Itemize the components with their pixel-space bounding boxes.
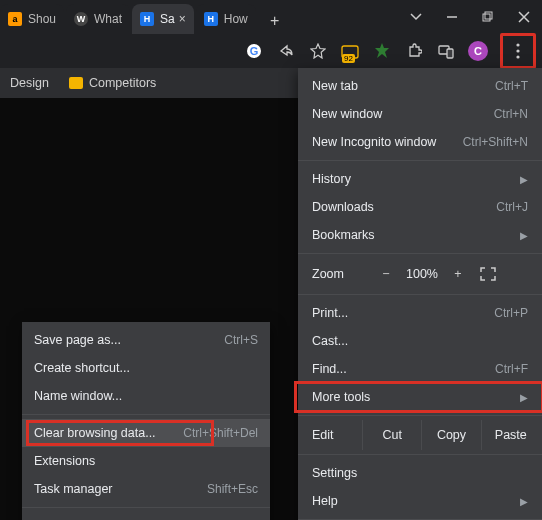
fullscreen-button[interactable] xyxy=(480,267,498,281)
chevron-right-icon: ▶ xyxy=(520,496,528,507)
zoom-value: 100% xyxy=(400,267,444,281)
menu-separator xyxy=(298,253,542,254)
submenu-create-shortcut[interactable]: Create shortcut... xyxy=(22,354,270,382)
bookmark-star-icon[interactable] xyxy=(308,41,328,61)
tab-title: How xyxy=(224,12,248,26)
svg-point-9 xyxy=(516,49,519,52)
submenu-extensions[interactable]: Extensions xyxy=(22,447,270,475)
menu-new-window[interactable]: New windowCtrl+N xyxy=(298,100,542,128)
title-bar: a Shou W What H Sa × H How + xyxy=(0,0,542,34)
profile-avatar[interactable]: C xyxy=(468,41,488,61)
zoom-in-button[interactable]: + xyxy=(444,267,472,281)
submenu-task-manager[interactable]: Task managerShift+Esc xyxy=(22,475,270,503)
menu-separator xyxy=(22,414,270,415)
favicon-4: H xyxy=(204,12,218,26)
favicon-3: H xyxy=(140,12,154,26)
tab-strip: a Shou W What H Sa × H How + xyxy=(0,0,288,34)
bookmark-item-design[interactable]: Design xyxy=(10,76,49,90)
chevron-down-icon xyxy=(410,11,422,23)
menu-new-tab[interactable]: New tabCtrl+T xyxy=(298,72,542,100)
menu-zoom-row: Zoom − 100% + xyxy=(298,258,542,290)
menu-bookmarks[interactable]: Bookmarks▶ xyxy=(298,221,542,249)
menu-separator xyxy=(298,294,542,295)
svg-point-8 xyxy=(516,43,519,46)
close-tab-icon[interactable]: × xyxy=(179,12,186,26)
svg-text:G: G xyxy=(250,45,259,57)
menu-find[interactable]: Find...Ctrl+F xyxy=(298,355,542,383)
minimize-button[interactable] xyxy=(434,3,470,31)
edit-label: Edit xyxy=(312,428,362,442)
svg-point-10 xyxy=(516,55,519,58)
more-tools-submenu: Save page as...Ctrl+S Create shortcut...… xyxy=(22,322,270,520)
menu-settings[interactable]: Settings xyxy=(298,459,542,487)
tab-2[interactable]: W What xyxy=(66,4,130,34)
close-icon xyxy=(518,11,530,23)
tab-3[interactable]: H Sa × xyxy=(132,4,194,34)
menu-new-incognito[interactable]: New Incognito windowCtrl+Shift+N xyxy=(298,128,542,156)
maximize-icon xyxy=(482,11,494,23)
edit-paste-button[interactable]: Paste xyxy=(481,420,540,450)
bookmark-folder-competitors[interactable]: Competitors xyxy=(69,76,156,90)
kebab-highlight-box xyxy=(500,33,536,69)
extension-icon-1[interactable] xyxy=(372,41,392,61)
menu-separator xyxy=(298,454,542,455)
window-controls xyxy=(398,0,542,34)
folder-icon xyxy=(69,77,83,89)
chevron-right-icon: ▶ xyxy=(520,230,528,241)
extension-badge-count: 92 xyxy=(342,54,355,63)
zoom-out-button[interactable]: − xyxy=(372,267,400,281)
svg-rect-7 xyxy=(447,49,453,58)
google-icon[interactable]: G xyxy=(244,41,264,61)
main-menu: New tabCtrl+T New windowCtrl+N New Incog… xyxy=(298,68,542,520)
menu-edit-row: Edit Cut Copy Paste xyxy=(298,420,542,450)
menu-kebab-button[interactable] xyxy=(504,37,532,65)
chevron-right-icon: ▶ xyxy=(520,392,528,403)
bookmark-folder-label: Competitors xyxy=(89,76,156,90)
menu-separator xyxy=(298,415,542,416)
close-window-button[interactable] xyxy=(506,3,542,31)
new-tab-button[interactable]: + xyxy=(262,8,288,34)
submenu-save-page[interactable]: Save page as...Ctrl+S xyxy=(22,326,270,354)
menu-help[interactable]: Help▶ xyxy=(298,487,542,515)
devices-icon[interactable] xyxy=(436,41,456,61)
menu-history[interactable]: History▶ xyxy=(298,165,542,193)
submenu-clear-browsing-data[interactable]: Clear browsing data...Ctrl+Shift+Del xyxy=(22,419,270,447)
maximize-button[interactable] xyxy=(470,3,506,31)
tab-title: Sa xyxy=(160,12,175,26)
submenu-developer-tools[interactable]: Developer toolsCtrl+Shift+I xyxy=(22,512,270,520)
browser-window: a Shou W What H Sa × H How + xyxy=(0,0,542,520)
menu-more-tools[interactable]: More tools▶ xyxy=(298,383,542,411)
favicon-2: W xyxy=(74,12,88,26)
menu-downloads[interactable]: DownloadsCtrl+J xyxy=(298,193,542,221)
menu-separator xyxy=(298,160,542,161)
submenu-name-window[interactable]: Name window... xyxy=(22,382,270,410)
tab-title: What xyxy=(94,12,122,26)
zoom-label: Zoom xyxy=(312,267,372,281)
menu-print[interactable]: Print...Ctrl+P xyxy=(298,299,542,327)
favicon-1: a xyxy=(8,12,22,26)
menu-separator xyxy=(22,507,270,508)
tab-1[interactable]: a Shou xyxy=(0,4,64,34)
svg-rect-1 xyxy=(483,14,490,21)
kebab-icon xyxy=(516,43,520,59)
edit-cut-button[interactable]: Cut xyxy=(362,420,421,450)
menu-cast[interactable]: Cast... xyxy=(298,327,542,355)
svg-rect-2 xyxy=(485,12,492,19)
fullscreen-icon xyxy=(480,267,496,281)
edit-copy-button[interactable]: Copy xyxy=(421,420,480,450)
chevron-right-icon: ▶ xyxy=(520,174,528,185)
extensions-puzzle-icon[interactable] xyxy=(404,41,424,61)
extension-badge-icon[interactable]: 92 xyxy=(340,41,360,61)
toolbar: G 92 C xyxy=(0,34,542,68)
minimize-icon xyxy=(446,11,458,23)
tab-title: Shou xyxy=(28,12,56,26)
share-icon[interactable] xyxy=(276,41,296,61)
tab-4[interactable]: H How xyxy=(196,4,256,34)
tab-search-button[interactable] xyxy=(398,3,434,31)
